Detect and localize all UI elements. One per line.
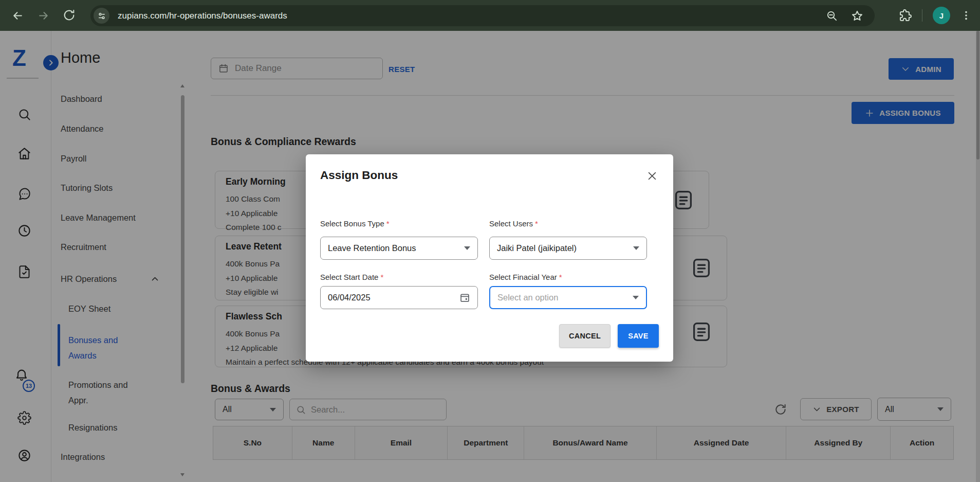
required-asterisk: *: [535, 219, 538, 228]
save-button[interactable]: SAVE: [618, 324, 659, 348]
required-asterisk: *: [386, 219, 390, 228]
bonus-type-label-text: Select Bonus Type: [320, 219, 384, 228]
users-value: Jaiki Patel (jaikipatel): [497, 243, 577, 253]
extensions-icon[interactable]: [899, 9, 912, 22]
chevron-down-icon: [633, 246, 639, 250]
forward-icon[interactable]: [37, 9, 50, 22]
bonus-type-value: Leave Retention Bonus: [328, 243, 416, 253]
bonus-type-select[interactable]: Leave Retention Bonus: [320, 237, 478, 260]
modal-title: Assign Bonus: [320, 169, 398, 182]
browser-menu-icon[interactable]: [960, 10, 972, 21]
assign-bonus-modal: Assign Bonus Select Bonus Type* Select U…: [306, 154, 673, 362]
site-info-icon[interactable]: [94, 8, 109, 24]
start-date-label: Select Start Date*: [320, 273, 383, 281]
bonus-type-label: Select Bonus Type*: [320, 219, 390, 228]
zoom-out-icon[interactable]: [826, 10, 838, 22]
browser-chrome: zupians.com/hr-operations/bonuses-awards…: [0, 0, 980, 31]
start-date-field[interactable]: 06/04/2025: [320, 286, 478, 309]
required-asterisk: *: [380, 273, 383, 281]
chrome-divider: [922, 9, 922, 22]
app-window: Z 13 Home Dashboard Attendance Payroll T…: [0, 31, 980, 482]
required-asterisk: *: [559, 273, 562, 281]
users-select[interactable]: Jaiki Patel (jaikipatel): [489, 237, 647, 260]
reload-icon[interactable]: [63, 9, 76, 22]
financial-year-select[interactable]: Select an option: [489, 286, 647, 309]
url-bar[interactable]: zupians.com/hr-operations/bonuses-awards: [90, 5, 875, 26]
start-date-value: 06/04/2025: [328, 293, 371, 302]
financial-year-placeholder: Select an option: [497, 293, 558, 302]
chevron-down-icon: [464, 246, 470, 250]
users-label-text: Select Users: [489, 219, 533, 228]
chevron-down-icon: [633, 296, 639, 299]
modal-close-button[interactable]: [645, 169, 659, 183]
close-icon: [646, 170, 658, 182]
bookmark-star-icon[interactable]: [851, 10, 863, 22]
users-label: Select Users*: [489, 219, 538, 228]
financial-year-label: Select Finacial Year*: [489, 273, 562, 281]
financial-year-label-text: Select Finacial Year: [489, 273, 557, 281]
profile-avatar[interactable]: J: [933, 7, 950, 24]
url-text[interactable]: zupians.com/hr-operations/bonuses-awards: [118, 11, 826, 21]
start-date-label-text: Select Start Date: [320, 273, 378, 281]
back-icon[interactable]: [11, 9, 24, 22]
cancel-button[interactable]: CANCEL: [559, 324, 611, 348]
calendar-icon[interactable]: [459, 292, 470, 303]
